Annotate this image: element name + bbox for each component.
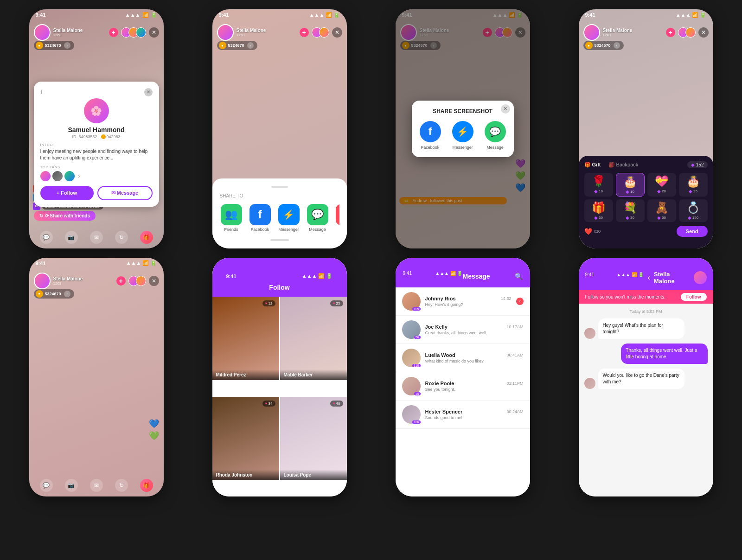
pp-close-btn[interactable]: ✕: [144, 88, 153, 96]
close-btn-1[interactable]: ✕: [149, 27, 159, 38]
ss-message[interactable]: 💬 Message: [485, 121, 506, 150]
live-bottom-bar-1: 💬 📷 ✉ ↻ 🎁: [29, 231, 164, 244]
gift-panel: 🎁 Gift 🎒 Backpack ◆ 152 🌹 ◆10: [579, 156, 713, 248]
msg-item-0[interactable]: 105 Johnny Rios 14:32 Hey! How's it goin…: [396, 287, 530, 316]
chat-bubble-2: Would you like to go the Dane's party wi…: [584, 369, 708, 389]
gift-icon-1[interactable]: 🎁: [140, 231, 153, 244]
phone-2: 9:41 ▲▲▲ 📶 🔋 Stella Malone 1263 + ✕: [212, 9, 347, 248]
follow-card-3[interactable]: Louisa Pope ♥ 48: [280, 397, 347, 480]
msg-item-2[interactable]: 118 Luella Wood 06:41AM What kind of mus…: [396, 344, 530, 372]
streamer-avatar-1[interactable]: [34, 24, 51, 41]
ss-messenger-icon: ⚡: [452, 121, 473, 142]
gift-box[interactable]: 🎁 ◆30: [584, 199, 613, 222]
phone-8: 9:41 ▲▲▲ 📶 🔋 ‹ Stella Malone Follow so y…: [579, 258, 713, 497]
gift-cake[interactable]: 🎂 ◆10: [616, 173, 645, 197]
add-btn-1[interactable]: +: [109, 28, 118, 37]
share-friends-btn[interactable]: ↻ ⟳ Share with friends: [34, 211, 96, 221]
status-bar-2: 9:41 ▲▲▲ 📶 🔋: [212, 9, 347, 20]
screenshot-popup: ✕ SHARE SCREENSHOT f Facebook ⚡ Messenge…: [412, 101, 514, 157]
follow-header: 9:41 ▲▲▲ 📶 🔋 Follow: [212, 258, 347, 297]
coin-amount-1: 5324670: [45, 43, 61, 48]
top-row-phones: 9:41 ▲▲▲ 📶 🔋 Stella Malone 1263 +: [9, 9, 733, 248]
camera-icon-1[interactable]: 📷: [65, 231, 78, 244]
streamer-followers-1: 1263: [53, 33, 106, 37]
pp-intro-text: I enjoy meeting new people and finding w…: [40, 148, 153, 161]
share-email-option[interactable]: ✉ Em...: [335, 204, 339, 232]
share-friends-option[interactable]: 👥 Friends: [220, 204, 243, 232]
phone-4: 9:41 ▲▲▲ 📶 🔋 Stella Malone 1263 + ✕ ● 53…: [579, 9, 713, 248]
follow-card-1[interactable]: Mable Barker ♥ 25: [280, 297, 347, 380]
follow-grid: Mildred Perez ♥ 12 Mable Barker: [212, 297, 347, 497]
chat-bubble-0: Hey guys! What's the plan for tonight?: [584, 318, 708, 339]
refresh-icon-1[interactable]: ↻: [115, 231, 128, 244]
message-list: 105 Johnny Rios 14:32 Hey! How's it goin…: [396, 287, 530, 497]
share-message-option[interactable]: 💬 Message: [306, 204, 329, 232]
bottom-row-phones: 9:41 ▲▲▲ 📶 🔋 Stella Malone 1263 + ✕ ● 53…: [9, 258, 733, 497]
comment-icon-1[interactable]: 💬: [40, 231, 53, 244]
follow-screen: 9:41 ▲▲▲ 📶 🔋 Follow Mildred Perez ♥ 12: [212, 258, 347, 497]
gift-rose[interactable]: 🌹 ◆10: [584, 173, 613, 197]
pp-top-fans-label: TOP FANS: [40, 165, 153, 169]
follow-card-0[interactable]: Mildred Perez ♥ 12: [212, 297, 279, 380]
ss-messenger[interactable]: ⚡ Messenger: [452, 121, 473, 150]
gift-diamond-count: ◆ 152: [687, 161, 708, 168]
share-facebook-option[interactable]: f Facebook: [249, 204, 272, 232]
msg-item-1[interactable]: 56 Joe Kelly 10:17AM Great thanks, all t…: [396, 316, 530, 344]
email-icon: ✉: [336, 204, 339, 225]
share-friends-icon: ↻: [39, 213, 43, 218]
message-header: 9:41 ▲▲▲ 📶 🔋 Message 🔍: [396, 258, 530, 287]
coin-icon-1: ●: [36, 42, 43, 49]
mail-icon-1[interactable]: ✉: [90, 231, 103, 244]
status-icons-1: ▲▲▲ 📶 🔋: [125, 12, 157, 18]
share-sheet: SHARE TO 👥 Friends f Facebook ⚡ Messenge…: [212, 178, 347, 248]
phone-5: 9:41 ▲▲▲ 📶 🔋 Stella Malone 1263 + ✕ ● 53…: [29, 258, 164, 497]
pp-follow-btn[interactable]: + Follow: [40, 186, 94, 200]
streamer-name-1: Stella Malone: [53, 28, 106, 33]
chat-bubble-1: Thanks, all things went well. Just a lit…: [584, 344, 708, 364]
gift-bear[interactable]: 🧸 ◆50: [647, 199, 676, 222]
arrow-btn-1[interactable]: ›: [64, 42, 70, 49]
pp-id-coins: ID: 34983532 942983: [40, 134, 153, 139]
send-btn[interactable]: Send: [677, 226, 708, 237]
pp-message-btn[interactable]: ✉ Message: [97, 186, 153, 200]
msg-item-4[interactable]: 106 Hester Spencer 00:24AM Sounds good t…: [396, 401, 530, 429]
chat-header: 9:41 ▲▲▲ 📶 🔋 ‹ Stella Malone: [579, 258, 713, 290]
screenshot-title: SHARE SCREENSHOT: [419, 108, 506, 115]
share-options: 👥 Friends f Facebook ⚡ Messenger 💬 Messa…: [220, 204, 339, 232]
message-search-icon[interactable]: 🔍: [515, 273, 523, 280]
pp-name: Samuel Hammond: [40, 126, 153, 134]
profile-popup: ℹ ✕ 🌸 Samuel Hammond ID: 34983532 942983…: [34, 82, 159, 207]
message-icon: 💬: [307, 204, 328, 225]
gift-tab-gift[interactable]: 🎁 Gift: [584, 162, 601, 168]
gift-grid: 🌹 ◆10 🎂 ◆10 💝 ◆20 🎂 ◆25: [584, 173, 708, 222]
share-messenger-option[interactable]: ⚡ Messenger: [277, 204, 301, 232]
pp-avatar: 🌸: [84, 98, 109, 123]
phone-7: 9:41 ▲▲▲ 📶 🔋 Message 🔍 105: [396, 258, 530, 497]
gift-heart[interactable]: 💝 ◆20: [647, 173, 676, 197]
screenshot-options: f Facebook ⚡ Messenger 💬 M: [419, 121, 506, 150]
message-title: Message: [463, 273, 490, 280]
phone-3: 9:41 ▲▲▲ 📶 🔋 Stella Malone 1263 + ✕ ● 53…: [396, 9, 530, 248]
follow-card-2[interactable]: Rhoda Johnston ♥ 34: [212, 397, 279, 480]
msg-item-3[interactable]: 15 Roxie Poole 01:11PM See you tonight.: [396, 372, 530, 401]
facebook-icon: f: [249, 204, 271, 225]
gift-cake2[interactable]: 🎂 ◆25: [679, 173, 708, 197]
gift-tab-backpack[interactable]: 🎒 Backpack: [608, 162, 639, 168]
phone-1: 9:41 ▲▲▲ 📶 🔋 Stella Malone 1263 +: [29, 9, 164, 248]
coins-bar-1: ● 5324670 ›: [34, 41, 74, 50]
gift-ring[interactable]: 💍 ◆150: [679, 199, 708, 222]
gift-flowers[interactable]: 💐 ◆30: [616, 199, 645, 222]
chat-date: Today at 5:03 PM: [584, 309, 708, 314]
pp-top-fans: ›: [40, 171, 153, 181]
streamer-info-1: Stella Malone 1263: [53, 28, 106, 37]
follow-banner-btn[interactable]: Follow: [681, 293, 707, 301]
chat-back-btn[interactable]: ‹: [648, 274, 650, 282]
ss-facebook[interactable]: f Facebook: [420, 121, 441, 150]
live-top-bar-1: Stella Malone 1263 + ✕: [29, 22, 164, 43]
screenshot-close-btn[interactable]: ✕: [501, 104, 510, 114]
phone-6: 9:41 ▲▲▲ 📶 🔋 Follow Mildred Perez ♥ 12: [212, 258, 347, 497]
chat-screen: 9:41 ▲▲▲ 📶 🔋 ‹ Stella Malone Follow so y…: [579, 258, 713, 497]
viewer-3: [136, 27, 146, 38]
ss-fb-icon: f: [420, 121, 441, 142]
pp-actions: + Follow ✉ Message: [40, 186, 153, 200]
